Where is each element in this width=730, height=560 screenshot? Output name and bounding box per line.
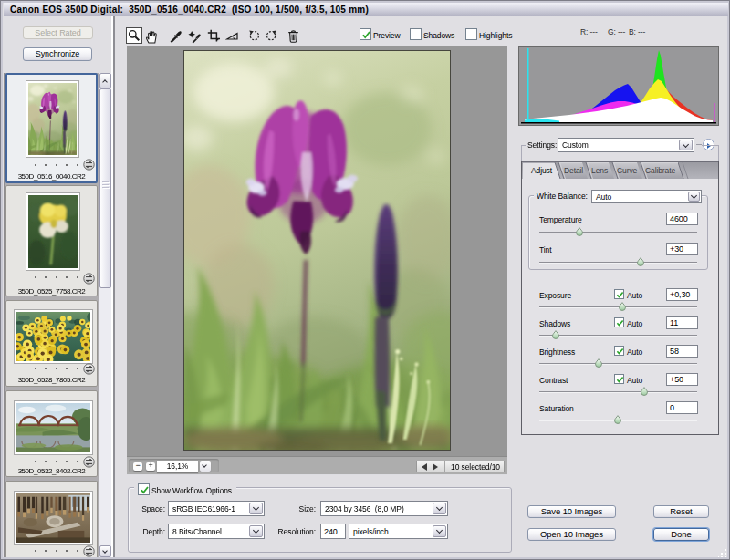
svg-text:Detail: Detail xyxy=(564,166,583,175)
svg-text:Lens: Lens xyxy=(591,166,608,175)
svg-text:Calibrate: Calibrate xyxy=(645,166,675,175)
svg-text:Curve: Curve xyxy=(617,166,638,175)
svg-text:Adjust: Adjust xyxy=(531,166,553,175)
